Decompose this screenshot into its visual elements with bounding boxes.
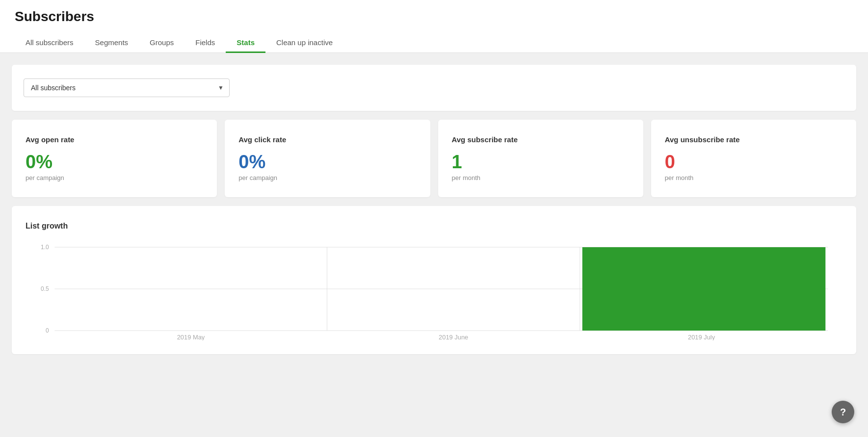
stat-card-avg-unsubscribe-rate: Avg unsubscribe rate 0 per month xyxy=(651,120,856,197)
svg-text:0.5: 0.5 xyxy=(41,285,49,292)
tabs-nav: All subscribers Segments Groups Fields S… xyxy=(15,33,853,52)
stats-grid: Avg open rate 0% per campaign Avg click … xyxy=(12,120,856,197)
stat-sub-avg-open-rate: per campaign xyxy=(26,174,203,181)
main-content: All subscribers ▼ Avg open rate 0% per c… xyxy=(0,53,868,366)
chart-area: 1.0 0.5 0 2019 May 2019 June 2019 July xyxy=(26,242,842,340)
stat-sub-avg-unsubscribe-rate: per month xyxy=(665,174,842,181)
filter-card: All subscribers ▼ xyxy=(12,65,856,111)
stat-label-avg-unsubscribe-rate: Avg unsubscribe rate xyxy=(665,135,842,144)
tab-segments[interactable]: Segments xyxy=(84,33,139,53)
stat-value-avg-subscribe-rate: 1 xyxy=(452,153,630,171)
stat-label-avg-subscribe-rate: Avg subscribe rate xyxy=(452,135,630,144)
svg-text:0: 0 xyxy=(46,327,49,334)
tab-groups[interactable]: Groups xyxy=(139,33,184,53)
stat-value-avg-click-rate: 0% xyxy=(238,153,416,171)
svg-text:2019 May: 2019 May xyxy=(177,334,205,340)
stat-card-avg-click-rate: Avg click rate 0% per campaign xyxy=(225,120,430,197)
svg-text:2019 July: 2019 July xyxy=(688,334,715,340)
chart-title: List growth xyxy=(26,222,842,231)
subscriber-filter-select[interactable]: All subscribers xyxy=(24,78,230,97)
top-bar: Subscribers All subscribers Segments Gro… xyxy=(0,0,868,53)
page-title: Subscribers xyxy=(15,9,853,25)
tab-stats[interactable]: Stats xyxy=(226,33,265,53)
tab-fields[interactable]: Fields xyxy=(184,33,226,53)
stat-label-avg-open-rate: Avg open rate xyxy=(26,135,203,144)
tab-all-subscribers[interactable]: All subscribers xyxy=(15,33,84,53)
help-button[interactable]: ? xyxy=(832,401,854,423)
stat-card-avg-subscribe-rate: Avg subscribe rate 1 per month xyxy=(438,120,643,197)
stat-value-avg-open-rate: 0% xyxy=(26,153,203,171)
list-growth-chart: 1.0 0.5 0 2019 May 2019 June 2019 July xyxy=(26,242,842,340)
subscriber-filter-wrapper: All subscribers ▼ xyxy=(24,78,230,97)
stat-card-avg-open-rate: Avg open rate 0% per campaign xyxy=(12,120,217,197)
stat-sub-avg-subscribe-rate: per month xyxy=(452,174,630,181)
tab-clean-up-inactive[interactable]: Clean up inactive xyxy=(265,33,343,53)
stat-sub-avg-click-rate: per campaign xyxy=(238,174,416,181)
chart-card: List growth 1.0 0.5 0 2019 May xyxy=(12,206,856,354)
stat-label-avg-click-rate: Avg click rate xyxy=(238,135,416,144)
stat-value-avg-unsubscribe-rate: 0 xyxy=(665,153,842,171)
svg-text:1.0: 1.0 xyxy=(41,244,49,251)
bar-july xyxy=(582,247,826,331)
svg-text:2019 June: 2019 June xyxy=(439,334,468,340)
